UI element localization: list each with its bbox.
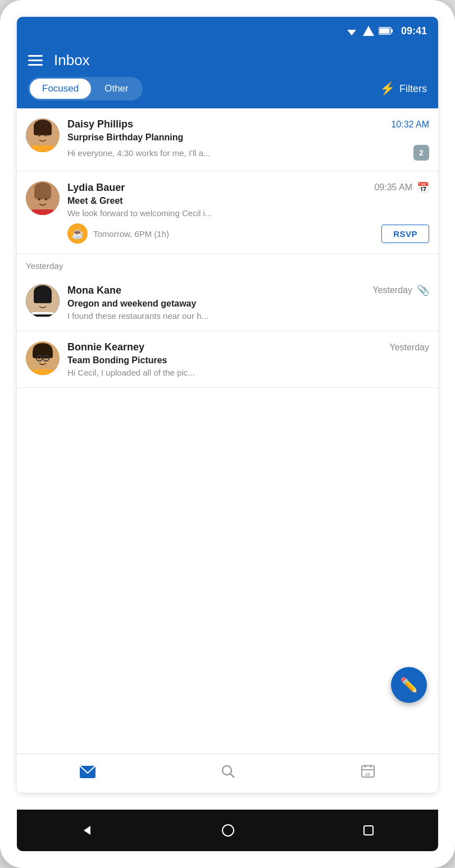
preview-bonnie: Hi Cecil, I uploaded all of the pic... xyxy=(67,368,429,377)
email-item-bonnie[interactable]: Bonnie Kearney Yesterday Team Bonding Pi… xyxy=(17,331,438,388)
compose-fab[interactable]: ✏️ xyxy=(391,667,427,703)
coffee-icon: ☕ xyxy=(67,223,88,244)
avatar-lydia xyxy=(26,181,60,215)
filters-button[interactable]: ⚡ Filters xyxy=(380,81,427,96)
svg-point-10 xyxy=(45,134,47,136)
svg-point-21 xyxy=(38,301,40,303)
sender-mona: Mona Kane xyxy=(67,285,121,296)
email-content-daisy: Daisy Phillips 10:32 AM Surprise Birthda… xyxy=(67,118,429,161)
badge-daisy: 2 xyxy=(413,145,429,161)
svg-rect-17 xyxy=(31,209,54,215)
nav-search[interactable] xyxy=(221,764,235,783)
time-mona: Yesterday xyxy=(372,285,412,295)
bottom-nav: 20 xyxy=(17,753,438,793)
app-title: Inbox xyxy=(54,52,90,69)
time-lydia: 09:35 AM xyxy=(374,182,412,193)
attachment-icon-mona: 📎 xyxy=(417,284,429,296)
svg-point-22 xyxy=(45,301,47,303)
svg-rect-7 xyxy=(34,126,52,135)
app-bar: Inbox Focused Other ⚡ Filters xyxy=(17,45,438,108)
svg-rect-20 xyxy=(34,292,52,303)
daisy-avatar-img xyxy=(26,118,60,152)
email-content-mona: Mona Kane Yesterday 📎 Oregon and weekend… xyxy=(67,284,429,321)
nav-calendar[interactable]: 20 xyxy=(361,764,375,783)
preview-daisy: Hi everyone, 4:30 works for me, I'll a..… xyxy=(67,148,409,158)
compose-icon: ✏️ xyxy=(400,677,418,694)
filters-label: Filters xyxy=(399,83,427,95)
svg-rect-24 xyxy=(31,314,54,317)
svg-marker-42 xyxy=(84,826,90,835)
calendar-icon-lydia: 📅 xyxy=(417,181,429,194)
svg-point-9 xyxy=(38,134,40,136)
bolt-icon: ⚡ xyxy=(380,81,395,96)
phone-inner: 09:41 Inbox Focused Other ⚡ Filters xyxy=(17,17,438,793)
email-header-mona: Mona Kane Yesterday 📎 xyxy=(67,284,429,296)
sender-lydia: Lydia Bauer xyxy=(67,182,125,194)
status-time: 09:41 xyxy=(401,25,427,37)
svg-point-43 xyxy=(222,825,234,836)
email-item-mona[interactable]: Mona Kane Yesterday 📎 Oregon and weekend… xyxy=(17,274,438,331)
subject-bonnie: Team Bonding Pictures xyxy=(67,355,429,366)
email-item-lydia[interactable]: Lydia Bauer 09:35 AM 📅 Meet & Greet We l… xyxy=(17,171,438,254)
mail-icon xyxy=(80,765,95,782)
avatar-daisy xyxy=(26,118,60,152)
time-daisy: 10:32 AM xyxy=(391,120,429,130)
nav-mail[interactable] xyxy=(80,765,95,782)
system-nav xyxy=(17,810,438,851)
svg-point-32 xyxy=(46,358,47,359)
svg-point-31 xyxy=(39,358,40,359)
signal-icon xyxy=(363,26,374,36)
svg-point-16 xyxy=(45,198,47,200)
svg-rect-44 xyxy=(364,826,373,835)
svg-rect-4 xyxy=(379,29,389,34)
event-left: ☕ Tomorrow, 6PM (1h) xyxy=(67,223,169,244)
event-time: Tomorrow, 6PM (1h) xyxy=(93,229,169,239)
email-header-daisy: Daisy Phillips 10:32 AM xyxy=(67,118,429,130)
avatar-bonnie xyxy=(26,341,60,375)
svg-point-35 xyxy=(222,766,231,775)
preview-mona: I found these restaurants near our h... xyxy=(67,311,429,321)
event-row-lydia: ☕ Tomorrow, 6PM (1h) RSVP xyxy=(26,223,429,244)
hamburger-button[interactable] xyxy=(28,55,43,66)
svg-point-15 xyxy=(38,198,40,200)
calendar-nav-icon: 20 xyxy=(361,764,375,783)
svg-rect-11 xyxy=(31,145,54,152)
sender-daisy: Daisy Phillips xyxy=(67,118,133,130)
wifi-icon xyxy=(345,26,358,36)
svg-rect-14 xyxy=(34,188,51,199)
search-icon xyxy=(221,764,235,783)
tab-focused[interactable]: Focused xyxy=(30,79,91,99)
svg-line-36 xyxy=(230,774,234,778)
svg-marker-1 xyxy=(363,26,374,36)
email-list: Daisy Phillips 10:32 AM Surprise Birthda… xyxy=(17,108,438,753)
bonnie-avatar-img xyxy=(26,341,60,375)
subject-mona: Oregon and weekend getaway xyxy=(67,299,429,309)
mona-avatar-img xyxy=(26,284,60,318)
preview-lydia: We look forward to welcoming Cecil i... xyxy=(67,208,429,218)
email-header-bonnie: Bonnie Kearney Yesterday xyxy=(67,341,429,353)
svg-rect-33 xyxy=(31,369,54,375)
svg-rect-3 xyxy=(391,29,393,33)
recent-button[interactable] xyxy=(362,824,375,837)
avatar-mona xyxy=(26,284,60,318)
svg-rect-27 xyxy=(33,349,53,358)
section-label-yesterday: Yesterday xyxy=(17,254,438,274)
tab-group: Focused Other xyxy=(28,77,143,100)
home-button[interactable] xyxy=(221,824,235,837)
back-button[interactable] xyxy=(80,824,94,837)
tab-other[interactable]: Other xyxy=(92,79,141,99)
rsvp-button[interactable]: RSVP xyxy=(381,225,429,243)
tabs-row: Focused Other ⚡ Filters xyxy=(28,77,427,108)
phone-frame: 09:41 Inbox Focused Other ⚡ Filters xyxy=(0,0,455,868)
email-header-lydia: Lydia Bauer 09:35 AM 📅 xyxy=(67,181,429,194)
svg-marker-0 xyxy=(347,30,356,35)
time-bonnie: Yesterday xyxy=(389,342,429,353)
status-bar: 09:41 xyxy=(17,17,438,45)
subject-lydia: Meet & Greet xyxy=(67,196,429,206)
app-bar-top: Inbox xyxy=(28,52,427,77)
email-item-daisy[interactable]: Daisy Phillips 10:32 AM Surprise Birthda… xyxy=(17,108,438,171)
status-icons: 09:41 xyxy=(345,25,427,37)
email-content-bonnie: Bonnie Kearney Yesterday Team Bonding Pi… xyxy=(67,341,429,377)
sender-bonnie: Bonnie Kearney xyxy=(67,341,144,353)
email-content-lydia: Lydia Bauer 09:35 AM 📅 Meet & Greet We l… xyxy=(67,181,429,218)
